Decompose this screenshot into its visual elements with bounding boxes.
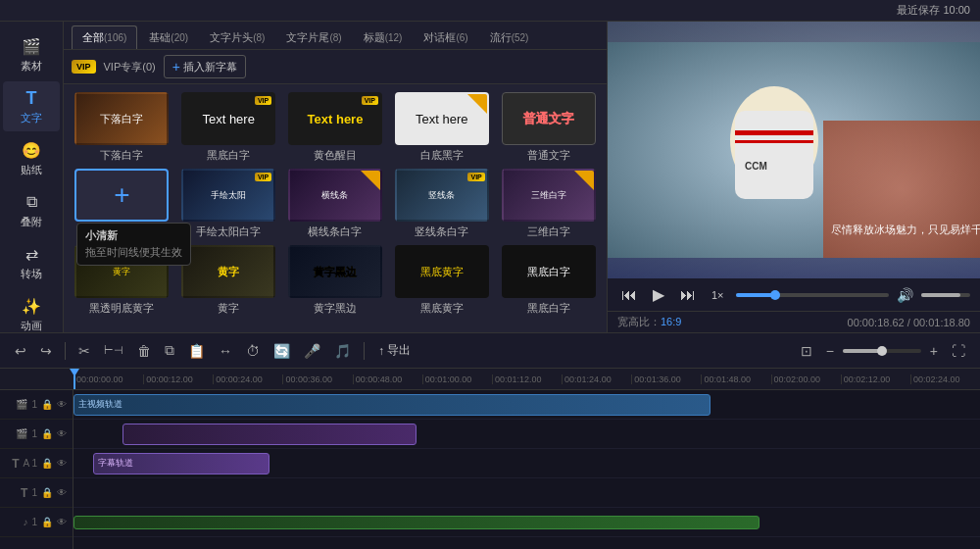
tab-basic[interactable]: 基础(20) bbox=[139, 26, 198, 49]
volume-slider[interactable] bbox=[921, 293, 970, 297]
playhead-triangle bbox=[70, 369, 79, 376]
track-3-lock[interactable]: 🔒 bbox=[41, 458, 53, 469]
content-scroll[interactable]: 下落白字 下落白字 VIP Text here 黑底白字 VIP bbox=[64, 84, 607, 332]
thumb-sanwei: 三维白字 bbox=[502, 169, 596, 222]
grid-item-huangzi[interactable]: 黄字 黄字 bbox=[178, 245, 279, 316]
progress-fill bbox=[736, 293, 776, 297]
play-button[interactable]: ▶ bbox=[649, 283, 668, 306]
rewind-button[interactable]: ⏮ bbox=[617, 284, 641, 306]
track-4-num: 1 bbox=[31, 487, 37, 498]
grid-item-heiminglu[interactable]: 黄字 黑透明底黄字 bbox=[72, 245, 172, 316]
sidebar-label-文字: 文字 bbox=[21, 111, 42, 125]
cut-button[interactable]: ✂ bbox=[74, 340, 95, 362]
track-3-eye[interactable]: 👁 bbox=[57, 458, 67, 469]
mic-button[interactable]: 🎤 bbox=[299, 340, 325, 362]
vip-badge: VIP bbox=[72, 60, 96, 74]
aspect-ratio-label: 宽高比：16:9 bbox=[617, 315, 681, 329]
track-2-lock[interactable]: 🔒 bbox=[41, 428, 53, 439]
progress-bar[interactable] bbox=[736, 293, 889, 297]
grid-item-huangzihebian[interactable]: 黄字黑边 黄字黑边 bbox=[285, 245, 386, 316]
tab-textfilm[interactable]: 文字片头(8) bbox=[200, 26, 274, 49]
split-button[interactable]: ⊢⊣ bbox=[99, 341, 128, 360]
mark-7: 00:01:24.00 bbox=[562, 374, 631, 384]
sidebar-item-贴纸[interactable]: 😊贴纸 bbox=[3, 133, 60, 183]
track-5-eye[interactable]: 👁 bbox=[57, 517, 67, 527]
clip-text-1[interactable]: 字幕轨道 bbox=[93, 453, 270, 474]
add-plus-icon: + bbox=[114, 179, 129, 211]
grid-item-hengxian[interactable]: 横线条 横线条白字 bbox=[285, 169, 386, 239]
track-4-lock[interactable]: 🔒 bbox=[41, 487, 53, 498]
thumb-shougong: VIP 手绘太阳 bbox=[181, 169, 275, 222]
grid-item-yellow[interactable]: VIP Text here 黄色醒目 bbox=[285, 92, 386, 163]
grid-item-xialabaizi[interactable]: 下落白字 下落白字 bbox=[72, 92, 172, 163]
grid-item-heimubai[interactable]: VIP Text here 黑底白字 bbox=[178, 92, 279, 163]
sidebar-icon-文字: T bbox=[21, 87, 42, 109]
zoom-in-button[interactable]: + bbox=[925, 340, 943, 362]
thumb-heimubai2: 黑底白字 bbox=[502, 245, 596, 298]
grid-item-shougong[interactable]: VIP 手绘太阳 手绘太阳白字 bbox=[178, 169, 279, 239]
grid-item-xiaoqingxin[interactable]: + 小清新 小清新 拖至时间线便其生效 bbox=[72, 169, 172, 239]
separator-2 bbox=[364, 342, 365, 360]
clip-audio-1[interactable] bbox=[74, 516, 760, 529]
grid-item-plain[interactable]: 普通文字 普通文字 bbox=[498, 92, 599, 163]
vip-badge-shougong: VIP bbox=[255, 173, 271, 181]
grid-item-shuxian[interactable]: VIP 竖线条 竖线条白字 bbox=[391, 169, 492, 239]
grid-item-sanwei[interactable]: 三维白字 三维白字 bbox=[498, 169, 599, 239]
label-plain: 普通文字 bbox=[502, 148, 596, 163]
tab-texttail[interactable]: 文字片尾(8) bbox=[276, 26, 351, 49]
forward-button[interactable]: ⏭ bbox=[676, 284, 700, 306]
tool7[interactable]: 🔄 bbox=[269, 340, 295, 362]
tab-dialog[interactable]: 对话框(6) bbox=[414, 26, 477, 49]
thumb-plain: 普通文字 bbox=[502, 92, 596, 145]
sidebar-item-文字[interactable]: T文字 bbox=[3, 81, 60, 131]
label-sanwei: 三维白字 bbox=[502, 225, 596, 239]
timeline-ruler: 00:00:00.00 00:00:12.00 00:00:24.00 00:0… bbox=[0, 369, 980, 390]
grid-item-whiteblack[interactable]: Text here 白底黑字 bbox=[391, 92, 492, 163]
sidebar-item-叠附[interactable]: ⧉叠附 bbox=[3, 185, 60, 235]
track-1-lock[interactable]: 🔒 bbox=[41, 399, 53, 410]
track-4-eye[interactable]: 👁 bbox=[57, 487, 67, 498]
tracks-inner: 主视频轨道 字幕轨道 bbox=[74, 390, 980, 549]
track-1-icon: 🎬 bbox=[16, 399, 27, 410]
export-icon: ↑ bbox=[378, 344, 384, 358]
track-content[interactable]: 主视频轨道 字幕轨道 bbox=[74, 390, 980, 549]
label-xiaoqingxin: 小清新 bbox=[74, 225, 169, 239]
sidebar-item-转场[interactable]: ⇄转场 bbox=[3, 237, 60, 287]
tool6[interactable]: ⏱ bbox=[241, 340, 265, 362]
sidebar-item-素材[interactable]: 🎬素材 bbox=[3, 29, 60, 79]
thumb-huangzihebian: 黄字黑边 bbox=[288, 245, 382, 298]
mark-9: 00:01:48.00 bbox=[701, 374, 770, 384]
sidebar-icon-贴纸: 😊 bbox=[21, 139, 42, 161]
clip-video-2[interactable] bbox=[122, 424, 416, 445]
vip-badge-shuxian: VIP bbox=[467, 173, 484, 181]
paste-button[interactable]: 📋 bbox=[183, 340, 210, 362]
redo-button[interactable]: ↪ bbox=[35, 340, 57, 362]
copy-button[interactable]: ⧉ bbox=[160, 339, 179, 362]
fit-button[interactable]: ⊡ bbox=[796, 340, 817, 362]
undo-button[interactable]: ↩ bbox=[10, 340, 31, 362]
grid-item-heimubai2[interactable]: 黑底白字 黑底白字 bbox=[498, 245, 599, 316]
separator-1 bbox=[65, 342, 66, 360]
time-display: 00:00:18.62 / 00:01:18.80 bbox=[848, 317, 970, 328]
track-2-eye[interactable]: 👁 bbox=[57, 428, 67, 439]
track-5-lock[interactable]: 🔒 bbox=[41, 517, 53, 527]
speed-button[interactable]: 1× bbox=[708, 287, 728, 303]
clip-video-1[interactable]: 主视频轨道 bbox=[74, 394, 710, 416]
star-badge-hengxian bbox=[361, 171, 380, 190]
tool9[interactable]: 🎵 bbox=[329, 340, 356, 362]
tab-title[interactable]: 标题(12) bbox=[354, 26, 413, 49]
track-1-eye[interactable]: 👁 bbox=[57, 399, 67, 410]
fullscreen-button[interactable]: ⛶ bbox=[947, 340, 970, 362]
grid-item-heimuhuang[interactable]: 黑底黄字 黑底黄字 bbox=[391, 245, 492, 316]
export-button[interactable]: ↑ 导出 bbox=[372, 339, 416, 362]
zoom-slider[interactable] bbox=[843, 349, 921, 353]
delete-button[interactable]: 🗑 bbox=[132, 340, 156, 362]
insert-subtitle-button[interactable]: + 插入新字幕 bbox=[164, 55, 246, 78]
zoom-out-button[interactable]: − bbox=[821, 340, 839, 362]
sidebar-icon-动画: ✨ bbox=[21, 295, 42, 317]
tool5[interactable]: ↔ bbox=[214, 340, 237, 362]
track-3-icon: T bbox=[12, 457, 19, 471]
tab-trending[interactable]: 流行(52) bbox=[480, 26, 539, 49]
sidebar-item-动画[interactable]: ✨动画 bbox=[3, 289, 60, 332]
tab-all[interactable]: 全部(106) bbox=[72, 25, 137, 49]
